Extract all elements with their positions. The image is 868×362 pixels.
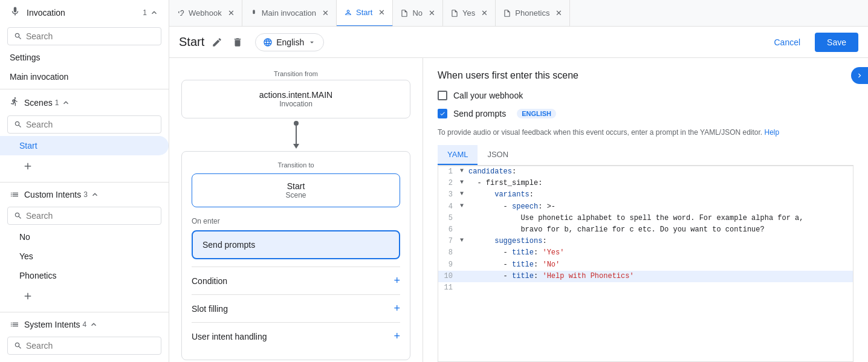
search-input-scenes[interactable] (26, 120, 155, 129)
custom-intents-label: Custom Intents (24, 190, 81, 199)
scenes-section-header[interactable]: Scenes 1 (0, 92, 169, 113)
sidebar-item-phonetics[interactable]: Phonetics (0, 266, 169, 285)
code-line: 1▼candidates: (438, 166, 853, 178)
delete-button[interactable] (230, 34, 245, 50)
tab-webhook[interactable]: Webhook ✕ (169, 0, 242, 27)
user-intent-row[interactable]: User intent handling + (192, 322, 400, 350)
tab-close-start[interactable]: ✕ (378, 8, 385, 17)
source-flow-node[interactable]: actions.intent.MAIN Invocation (181, 80, 410, 118)
custom-intents-chevron-icon (90, 190, 100, 199)
dest-node[interactable]: Start Scene (192, 173, 400, 207)
tab-yes[interactable]: Yes ✕ (443, 0, 496, 27)
search-box-system[interactable] (7, 337, 161, 355)
tab-start[interactable]: Start ✕ (337, 0, 393, 27)
line-content: suggestions: (468, 236, 547, 247)
code-line: 10 - title: 'Help with Phonetics' (438, 271, 853, 282)
tab-no[interactable]: No ✕ (393, 0, 443, 27)
webhook-checkbox[interactable] (438, 91, 447, 100)
code-line: 9 - title: 'No' (438, 259, 853, 271)
page-title: Start (179, 35, 204, 49)
json-tab[interactable]: JSON (478, 145, 518, 165)
line-content: - title: 'Yes' (468, 247, 564, 259)
edit-button[interactable] (209, 34, 225, 50)
flow-line (296, 126, 297, 144)
line-number: 6 (443, 224, 460, 236)
tab-close-no[interactable]: ✕ (429, 8, 435, 18)
slot-add-icon[interactable]: + (394, 302, 400, 315)
chevron-right-icon (855, 71, 864, 80)
search-icon-system (14, 341, 22, 350)
dest-node-subtitle: Scene (202, 191, 390, 199)
tab-phonetics[interactable]: Phonetics ✕ (496, 0, 570, 27)
line-toggle-icon[interactable]: ▼ (460, 178, 468, 187)
help-link[interactable]: Help (765, 128, 780, 137)
add-intent-button[interactable] (19, 288, 36, 305)
line-number: 3 (443, 189, 460, 201)
doc-icon-phonetics (503, 9, 511, 18)
search-input-custom[interactable] (26, 211, 155, 221)
panel-expand-button[interactable] (851, 67, 868, 84)
manage-system-intents[interactable]: Manage system intents (0, 357, 169, 362)
save-button[interactable]: Save (815, 33, 858, 52)
tab-close-main-invocation[interactable]: ✕ (322, 8, 329, 18)
cancel-button[interactable]: Cancel (764, 33, 810, 52)
line-toggle-icon[interactable]: ▼ (460, 189, 468, 199)
invocation-title: Invocation (27, 8, 65, 18)
sidebar-invocation-header[interactable]: Invocation 1 (0, 0, 169, 25)
edit-icon (212, 37, 222, 48)
person-icon (344, 8, 352, 17)
send-prompts-card[interactable]: Send prompts (192, 230, 400, 259)
code-editor[interactable]: 1▼candidates:2▼ - first_simple:3▼ varian… (438, 166, 853, 362)
line-content: candidates: (468, 166, 516, 178)
language-selector[interactable]: English (255, 33, 324, 51)
sidebar-item-settings[interactable]: Settings (0, 48, 169, 67)
line-number: 2 (443, 178, 460, 189)
source-node-subtitle: Invocation (194, 100, 398, 108)
line-toggle-icon[interactable]: ▼ (460, 236, 468, 245)
send-prompts-option-row: Send prompts ENGLISH (438, 109, 853, 118)
line-content: - title: 'Help with Phonetics' (468, 271, 634, 282)
transition-from-label: Transition from (181, 70, 410, 77)
right-panel-inner: When users first enter this scene Call y… (423, 58, 868, 362)
sidebar-item-no[interactable]: No (0, 227, 169, 247)
line-content: bravo for b, charlie for c etc. Do you w… (468, 224, 765, 236)
add-scene-button[interactable] (19, 158, 36, 175)
code-line: 11 (438, 282, 853, 294)
code-line: 8 - title: 'Yes' (438, 247, 853, 259)
code-tabs: YAML JSON (438, 145, 853, 166)
help-text: To provide audio or visual feedback when… (438, 127, 853, 138)
user-intent-add-icon[interactable]: + (394, 330, 400, 343)
tab-main-invocation[interactable]: Main invocation ✕ (242, 0, 337, 27)
search-box-invocation[interactable] (7, 27, 161, 45)
code-line: 6 bravo for b, charlie for c etc. Do you… (438, 224, 853, 236)
line-number: 8 (443, 247, 460, 259)
send-prompts-label: Send prompts (453, 109, 506, 118)
tab-close-webhook[interactable]: ✕ (228, 8, 235, 18)
list-icon (10, 190, 19, 199)
search-icon (14, 32, 22, 40)
list-icon-system (10, 320, 19, 329)
sidebar-item-yes[interactable]: Yes (0, 247, 169, 266)
sidebar-item-main-invocation[interactable]: Main invocation (0, 67, 169, 86)
search-box-scenes[interactable] (7, 115, 161, 134)
tab-close-yes[interactable]: ✕ (481, 8, 488, 18)
sidebar-item-start[interactable]: Start (0, 136, 169, 155)
line-toggle-icon[interactable]: ▼ (460, 166, 468, 176)
search-icon-scenes (14, 120, 22, 129)
system-intents-header[interactable]: System Intents 4 (0, 315, 169, 334)
line-content: - title: 'No' (468, 259, 560, 271)
main-content: Webhook ✕ Main invocation ✕ Start ✕ No ✕ (169, 0, 868, 362)
search-input-system[interactable] (26, 341, 155, 351)
send-prompts-checkbox[interactable] (438, 109, 447, 118)
condition-row[interactable]: Condition + (192, 267, 400, 294)
line-toggle-icon[interactable]: ▼ (460, 201, 468, 211)
yaml-tab[interactable]: YAML (438, 145, 478, 165)
slot-filling-row[interactable]: Slot filling + (192, 294, 400, 322)
transition-to-label: Transition to (192, 161, 400, 169)
line-number: 5 (443, 213, 460, 224)
tab-close-phonetics[interactable]: ✕ (555, 8, 562, 18)
custom-intents-header[interactable]: Custom Intents 3 (0, 185, 169, 204)
condition-add-icon[interactable]: + (394, 274, 400, 287)
search-input-invocation[interactable] (26, 31, 155, 41)
search-box-custom-intents[interactable] (7, 207, 161, 225)
